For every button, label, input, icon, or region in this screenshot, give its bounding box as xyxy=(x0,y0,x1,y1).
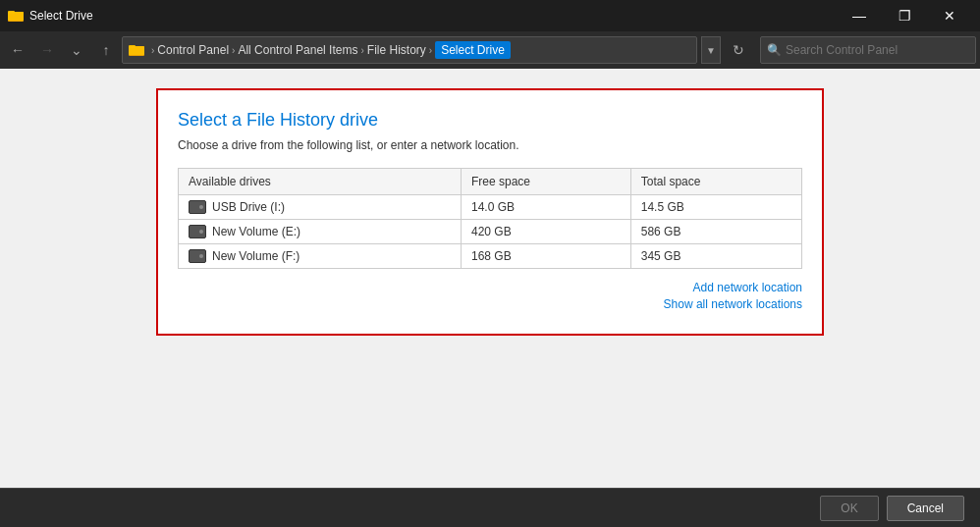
breadcrumb-select-drive[interactable]: Select Drive xyxy=(435,41,511,59)
maximize-button[interactable]: ❐ xyxy=(882,0,927,31)
breadcrumb-file-history[interactable]: File History xyxy=(367,43,426,57)
ok-button[interactable]: OK xyxy=(820,496,878,521)
drive-label: New Volume (E:) xyxy=(212,225,300,238)
drive-icon xyxy=(189,225,206,238)
up-button[interactable]: ↑ xyxy=(92,36,120,64)
drive-total-cell: 586 GB xyxy=(630,220,801,244)
drive-free-cell: 168 GB xyxy=(461,244,630,269)
network-links: Add network location Show all network lo… xyxy=(178,281,802,311)
drive-free-cell: 420 GB xyxy=(461,220,630,244)
drives-table-header: Available drives Free space Total space xyxy=(179,169,802,195)
forward-button[interactable]: → xyxy=(33,36,61,64)
breadcrumb-dropdown-button[interactable]: ▼ xyxy=(701,36,721,64)
main-content: Select a File History drive Choose a dri… xyxy=(0,69,980,488)
search-box[interactable]: 🔍 xyxy=(760,36,976,64)
show-all-network-locations-link[interactable]: Show all network locations xyxy=(178,297,802,311)
svg-rect-5 xyxy=(129,46,144,55)
drive-label: USB Drive (I:) xyxy=(212,200,285,214)
breadcrumb-all-items[interactable]: All Control Panel Items xyxy=(238,43,357,57)
col-header-free: Free space xyxy=(461,169,630,195)
minimize-button[interactable]: — xyxy=(837,0,882,31)
add-network-location-link[interactable]: Add network location xyxy=(178,281,802,294)
search-icon: 🔍 xyxy=(767,43,782,57)
drive-icon xyxy=(189,249,206,263)
drives-table-body: USB Drive (I:)14.0 GB14.5 GBNew Volume (… xyxy=(179,195,802,269)
drive-name-cell: New Volume (E:) xyxy=(179,220,462,244)
search-input[interactable] xyxy=(786,43,969,57)
close-button[interactable]: ✕ xyxy=(927,0,972,31)
window-icon xyxy=(8,8,24,24)
window-title: Select Drive xyxy=(29,9,837,23)
table-row[interactable]: New Volume (E:)420 GB586 GB xyxy=(179,220,802,244)
recent-locations-button[interactable]: ⌄ xyxy=(63,36,90,64)
drive-name-cell: USB Drive (I:) xyxy=(179,195,462,220)
drive-free-cell: 14.0 GB xyxy=(461,195,630,220)
breadcrumb-control-panel[interactable]: Control Panel xyxy=(157,43,229,57)
panel-subtitle: Choose a drive from the following list, … xyxy=(178,138,802,152)
drive-total-cell: 345 GB xyxy=(630,244,801,269)
breadcrumb: › Control Panel › All Control Panel Item… xyxy=(122,36,697,64)
title-bar: Select Drive — ❐ ✕ xyxy=(0,0,980,31)
table-row[interactable]: New Volume (F:)168 GB345 GB xyxy=(179,244,802,269)
breadcrumb-sep-0: › xyxy=(151,45,154,56)
refresh-button[interactable]: ↻ xyxy=(725,36,752,64)
drives-table: Available drives Free space Total space … xyxy=(178,168,802,269)
bottom-bar: OK Cancel xyxy=(0,488,980,527)
drive-total-cell: 14.5 GB xyxy=(630,195,801,220)
svg-rect-2 xyxy=(8,12,24,21)
drive-label: New Volume (F:) xyxy=(212,249,299,263)
col-header-total: Total space xyxy=(630,169,801,195)
breadcrumb-sep-3: › xyxy=(429,45,432,56)
cancel-button[interactable]: Cancel xyxy=(887,496,964,521)
address-bar: ← → ⌄ ↑ › Control Panel › All Control Pa… xyxy=(0,31,980,69)
back-button[interactable]: ← xyxy=(4,36,31,64)
window-controls: — ❐ ✕ xyxy=(837,0,972,31)
breadcrumb-sep-1: › xyxy=(232,45,235,56)
content-panel: Select a File History drive Choose a dri… xyxy=(156,88,824,336)
table-row[interactable]: USB Drive (I:)14.0 GB14.5 GB xyxy=(179,195,802,220)
breadcrumb-folder-icon xyxy=(129,42,144,58)
breadcrumb-sep-2: › xyxy=(360,45,363,56)
panel-title: Select a File History drive xyxy=(178,110,802,131)
drive-icon xyxy=(189,200,206,214)
col-header-drives: Available drives xyxy=(179,169,462,195)
drive-name-cell: New Volume (F:) xyxy=(179,244,462,269)
